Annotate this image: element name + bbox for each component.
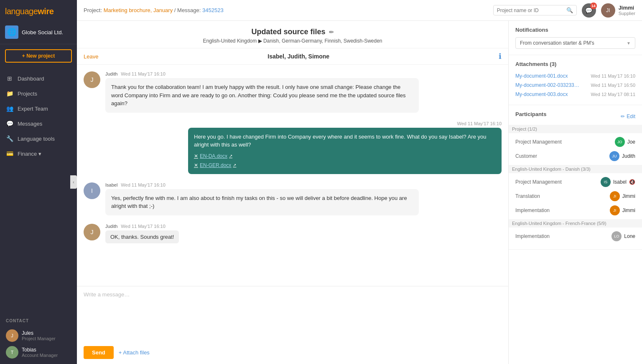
user-info[interactable]: JI Jimmi Supplier [601,3,635,18]
message-group: J Judith Wed 11 May'17 16:10 Thank you f… [84,71,502,113]
jules-avatar: J [6,329,18,342]
breadcrumb: Project: Marketing brochure, January / M… [84,7,224,13]
search-box[interactable]: 🔍 [493,5,577,15]
notifications-section: Notifications From conversation starter … [509,21,642,55]
message-timestamp: Wed 11 May'17 16:10 [121,224,165,229]
participant-avatar: JI [610,205,620,215]
attachment-link-en-da[interactable]: EN-DA.docx [200,152,227,160]
participant-name: Jimmi [622,193,635,199]
right-panel: Notifications From conversation starter … [508,21,642,364]
edit-title-icon[interactable]: ✏ [329,29,334,35]
notifications-filter-dropdown[interactable]: From conversation starter & PM's ▼ [515,37,635,49]
attachment-date-2: Wed 11 May'17 16:50 [591,83,635,88]
message-content: Wed 11 May'17 16:10 Here you go. I have … [188,121,502,174]
sender-avatar: I [84,182,100,199]
participant-user: JI Jimmi [610,191,635,201]
expert-team-icon: 👥 [6,105,13,112]
contact-jules[interactable]: J Jules Project Manager [6,327,71,344]
project-group-label: Project (1/2) [509,125,642,133]
notifications-button[interactable]: 💬 14 [582,3,596,18]
attachment-item[interactable]: ✕ EN-GER.docx ↗ [194,162,496,169]
sidebar-item-messages[interactable]: 💬 Messages [0,116,77,131]
participant-role: Customer [515,153,537,159]
jules-role: Project Manager [22,336,56,341]
message-content: Judith Wed 11 May'17 16:10 OK, thanks. S… [105,224,179,243]
contact-tobias[interactable]: T Tobias Account Manager [6,344,71,361]
lang-group1-label: English-United Kingdom - Danish (3/3) [509,165,642,173]
edit-label: Edit [627,114,635,119]
jules-info: Jules Project Manager [22,330,56,341]
message-bubble-outgoing: Here you go. I have changed Firm into Co… [188,128,502,174]
message-input-area: Send + Attach files [77,286,508,364]
send-button[interactable]: Send [84,346,114,359]
info-icon[interactable]: ℹ [499,52,502,61]
participant-user: JI Jimmi [610,205,635,215]
participant-user: IS Isabel 🔇 [601,177,635,187]
sidebar-item-dashboard[interactable]: ⊞ Dashboard [0,71,77,86]
participant-row: Translation JI Jimmi [515,189,635,203]
participant-row: Project Management IS Isabel 🔇 [515,175,635,189]
dashboard-icon: ⊞ [6,75,13,82]
sender-avatar: J [84,71,100,88]
edit-pencil-icon: ✏ [621,114,625,119]
sidebar-item-language-tools[interactable]: 🔧 Language tools [0,131,77,146]
search-input[interactable] [497,8,564,13]
participant-avatar: IS [601,177,611,187]
participant-name: Judith [622,153,635,159]
main-nav: ⊞ Dashboard 📁 Projects 👥 Expert Team 💬 M… [0,68,77,313]
chat-title-row: Updated source files ✏ [84,28,502,36]
lang-group2-label: English-United Kingdom - French-France (… [509,219,642,228]
user-avatar: JI [601,3,615,18]
participants-section: Participants ✏ Edit Project (1/2) Projec… [509,105,642,250]
chat-languages: English-United Kingdom ▶ Danish, German-… [84,38,502,44]
sidebar: languagewire 🌐 Globe Social Ltd. + New p… [0,0,77,364]
mute-speaker-icon: 🔇 [629,179,635,185]
participant-user: LO Lone [611,231,635,241]
participant-name: Isabel [613,179,627,185]
attachment-file-1[interactable]: My-document-001.docx [515,73,568,79]
attachment-file-2[interactable]: My-document-002-033233… [515,82,579,88]
finance-icon: 💳 [6,150,13,157]
participants-header: Participants ✏ Edit [515,111,635,121]
sidebar-toggle-button[interactable]: ‹ [70,175,77,189]
participant-avatar: LO [611,231,622,241]
small-message-bubble: OK, thanks. Sounds great! [105,230,179,243]
message-timestamp: Wed 11 May'17 16:10 [121,71,165,76]
attach-files-button[interactable]: + Attach files [119,349,150,356]
jules-name: Jules [22,330,56,336]
new-project-button[interactable]: + New project [5,49,72,63]
attachment-link-en-ger[interactable]: EN-GER.docx [200,162,231,169]
tobias-avatar: T [6,346,18,359]
project-label: Project: [84,7,102,13]
breadcrumb-separator: / [174,7,177,13]
participant-avatar: JI [610,191,620,201]
org-icon: 🌐 [5,25,18,39]
message-id-link[interactable]: 3452523 [202,7,224,13]
org-section: 🌐 Globe Social Ltd. [0,21,77,44]
attachment-row: My-document-003.docx Wed 12 May'17 08:11 [515,90,635,99]
project-link[interactable]: Marketing brochure, January [104,7,173,13]
messages-container: J Judith Wed 11 May'17 16:10 Thank you f… [77,65,508,286]
sidebar-item-finance[interactable]: 💳 Finance ▾ [0,146,77,161]
org-name: Globe Social Ltd. [22,29,63,35]
leave-button[interactable]: Leave [84,53,98,60]
attachment-file-3[interactable]: My-document-003.docx [515,91,568,97]
participant-role: Translation [515,193,540,199]
sidebar-item-label: Expert Team [18,106,48,112]
message-bubble: Yes, perfectly fine with me. I am also a… [105,189,419,215]
message-text: Here you go. I have changed Firm into Co… [194,134,486,148]
logo-plain: language [5,7,38,16]
attachment-icon: ✕ [194,152,198,160]
message-sender: Isabel [105,182,117,187]
sidebar-item-label: Messages [18,121,42,127]
sidebar-item-expert-team[interactable]: 👥 Expert Team [0,101,77,116]
external-link-icon: ↗ [233,162,236,168]
message-textarea[interactable] [84,291,502,341]
attachment-item[interactable]: ✕ EN-DA.docx ↗ [194,152,496,160]
edit-participants-button[interactable]: ✏ Edit [621,114,635,119]
chat-header: Updated source files ✏ English-United Ki… [77,21,508,48]
logo-area: languagewire [0,0,77,21]
participant-avatar: JO [615,137,625,147]
contact-section: CONTACT J Jules Project Manager T Tobias… [0,313,77,364]
sidebar-item-projects[interactable]: 📁 Projects [0,86,77,101]
